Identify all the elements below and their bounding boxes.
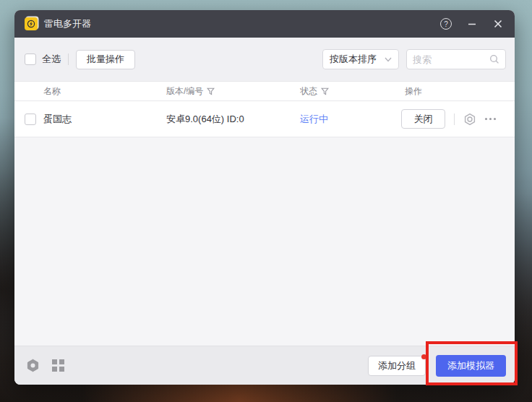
toolbar-divider	[68, 54, 69, 65]
add-emulator-button[interactable]: 添加模拟器	[436, 355, 506, 377]
table-header: 名称 版本/编号 状态 操作	[14, 81, 515, 101]
search-input[interactable]	[413, 54, 489, 65]
titlebar: 雷电多开器 ?	[14, 10, 515, 38]
emulator-version: 安卓9.0(64位) ID:0	[166, 101, 244, 137]
desktop-wallpaper: { "window": { "title": "雷电多开器", "icons":…	[0, 0, 532, 402]
more-options-icon[interactable]	[485, 118, 496, 120]
close-icon[interactable]	[492, 17, 505, 30]
header-version: 版本/编号	[166, 82, 215, 100]
filter-icon[interactable]	[207, 87, 215, 95]
app-window: 雷电多开器 ? 全选 批量操作 按版本排序	[14, 10, 515, 385]
select-all-checkbox[interactable]	[25, 54, 36, 65]
status-badge: 运行中	[300, 101, 328, 137]
settings-icon[interactable]	[463, 113, 476, 126]
footer-bar: 添加分组 添加模拟器	[14, 346, 515, 385]
multi-view-icon[interactable]	[52, 359, 64, 372]
batch-operations-button[interactable]: 批量操作	[76, 50, 135, 69]
emulator-list-empty-area	[14, 137, 515, 346]
global-settings-icon[interactable]	[26, 359, 40, 372]
search-icon	[489, 54, 499, 64]
sort-dropdown-value: 按版本排序	[330, 53, 385, 66]
chevron-down-icon	[385, 57, 392, 62]
sort-dropdown[interactable]: 按版本排序	[322, 49, 399, 69]
ops-divider	[454, 114, 455, 125]
table-row: 蛋国志 安卓9.0(64位) ID:0 运行中 关闭	[14, 101, 515, 137]
header-operations: 操作	[405, 82, 422, 100]
window-title: 雷电多开器	[44, 17, 91, 30]
add-group-button[interactable]: 添加分组	[368, 356, 426, 376]
notification-dot	[421, 354, 426, 359]
search-box	[406, 49, 506, 69]
filter-icon[interactable]	[321, 87, 329, 95]
help-icon[interactable]: ?	[439, 17, 452, 30]
minimize-icon[interactable]	[466, 17, 479, 30]
header-status: 状态	[300, 82, 329, 100]
header-name: 名称	[43, 82, 61, 100]
toolbar: 全选 批量操作 按版本排序	[14, 38, 515, 81]
app-logo-icon	[25, 17, 38, 30]
emulator-name: 蛋国志	[43, 101, 72, 137]
select-all-label: 全选	[42, 53, 61, 66]
close-emulator-button[interactable]: 关闭	[401, 109, 445, 129]
row-checkbox[interactable]	[25, 114, 36, 125]
